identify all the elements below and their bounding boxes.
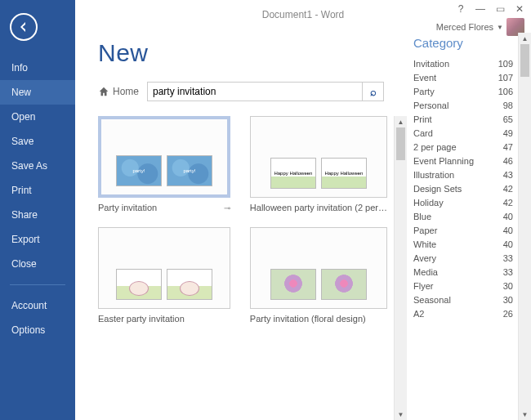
category-row[interactable]: Blue40 [413, 209, 516, 223]
category-name: Flyer [413, 281, 433, 291]
categories-scrollbar[interactable]: ▲ ▼ [518, 33, 531, 420]
scroll-thumb[interactable] [396, 127, 405, 160]
category-panel: Category Invitation109Event107Party106Pe… [407, 33, 518, 420]
sidebar-item-share[interactable]: Share [0, 203, 75, 227]
category-row[interactable]: White40 [413, 237, 516, 251]
category-row[interactable]: Invitation109 [413, 56, 516, 70]
category-name: Illustration [413, 170, 454, 180]
category-count: 65 [503, 114, 513, 124]
category-row[interactable]: Event107 [413, 70, 516, 84]
category-count: 43 [503, 170, 513, 180]
main-area: Document1 - Word ? — ▭ ✕ Merced Flores ▼… [75, 0, 531, 420]
user-name: Merced Flores [436, 22, 493, 32]
arrow-left-icon [17, 20, 30, 34]
template-thumbnail: Happy HalloweenHappy Halloween [250, 116, 387, 198]
category-count: 46 [503, 156, 513, 166]
category-name: Personal [413, 101, 448, 110]
category-row[interactable]: Illustration43 [413, 168, 516, 181]
scroll-up-icon[interactable]: ▲ [395, 116, 407, 127]
sidebar-item-save-as[interactable]: Save As [0, 154, 75, 178]
category-count: 30 [503, 281, 513, 291]
category-name: Holiday [413, 198, 444, 208]
sidebar-item-account[interactable]: Account [0, 293, 75, 318]
close-button[interactable]: ✕ [513, 3, 526, 15]
sidebar-separator [10, 284, 65, 285]
category-title: Category [413, 36, 516, 50]
category-name: Design Sets [413, 184, 462, 194]
category-name: Card [413, 128, 433, 138]
category-row[interactable]: A226 [413, 306, 516, 320]
scroll-thumb[interactable] [520, 44, 529, 77]
scroll-up-icon[interactable]: ▲ [519, 33, 531, 44]
home-breadcrumb[interactable]: Home [98, 86, 139, 97]
scroll-down-icon[interactable]: ▼ [395, 409, 407, 420]
category-count: 33 [503, 253, 513, 263]
category-count: 40 [503, 212, 513, 221]
minimize-button[interactable]: — [474, 3, 487, 15]
category-row[interactable]: Avery33 [413, 251, 516, 265]
category-count: 26 [503, 309, 513, 319]
home-icon [98, 86, 109, 97]
category-row[interactable]: Card49 [413, 126, 516, 140]
category-count: 40 [503, 226, 513, 235]
category-count: 40 [503, 239, 513, 249]
category-row[interactable]: Holiday42 [413, 195, 516, 209]
category-name: 2 per page [413, 142, 457, 152]
category-row[interactable]: Design Sets42 [413, 181, 516, 195]
category-name: Party [413, 87, 435, 96]
category-name: White [413, 239, 436, 249]
restore-button[interactable]: ▭ [493, 3, 506, 15]
caret-down-icon: ▼ [497, 24, 503, 31]
template-item[interactable]: Easter party invitation [98, 227, 230, 324]
category-name: Event Planning [413, 156, 474, 166]
pin-icon[interactable]: ⊸ [224, 203, 230, 212]
category-row[interactable]: Party106 [413, 84, 516, 98]
category-row[interactable]: Event Planning46 [413, 154, 516, 168]
category-count: 106 [498, 87, 513, 96]
category-name: Event [413, 73, 436, 83]
category-name: Invitation [413, 59, 449, 69]
sidebar-item-options[interactable]: Options [0, 318, 75, 342]
template-thumbnail [98, 227, 230, 309]
template-thumbnail [250, 227, 387, 309]
sidebar-item-print[interactable]: Print [0, 178, 75, 203]
category-count: 47 [503, 142, 513, 152]
sidebar-item-info[interactable]: Info [0, 56, 75, 80]
search-button[interactable]: ⌕ [362, 83, 383, 101]
sidebar-item-export[interactable]: Export [0, 227, 75, 252]
category-row[interactable]: Flyer30 [413, 279, 516, 293]
sidebar-item-close[interactable]: Close [0, 252, 75, 276]
home-label: Home [113, 86, 139, 97]
category-row[interactable]: 2 per page47 [413, 140, 516, 154]
scroll-down-icon[interactable]: ▼ [519, 409, 531, 420]
sidebar-item-open[interactable]: Open [0, 105, 75, 129]
category-name: Paper [413, 226, 437, 235]
category-row[interactable]: Print65 [413, 112, 516, 126]
template-item[interactable]: Happy HalloweenHappy HalloweenHalloween … [250, 116, 387, 212]
window-title: Document1 - Word [262, 9, 344, 20]
category-row[interactable]: Paper40 [413, 223, 516, 237]
category-count: 107 [498, 73, 513, 83]
help-button[interactable]: ? [454, 3, 467, 15]
page-title: New [98, 39, 407, 67]
back-button[interactable] [10, 13, 38, 41]
search-box: ⌕ [147, 82, 384, 101]
titlebar: Document1 - Word ? — ▭ ✕ Merced Flores ▼ [75, 0, 531, 29]
user-account[interactable]: Merced Flores ▼ [436, 18, 524, 36]
sidebar-item-new[interactable]: New [0, 80, 75, 105]
category-row[interactable]: Seasonal30 [413, 293, 516, 306]
category-row[interactable]: Personal98 [413, 98, 516, 112]
templates-scrollbar[interactable]: ▲ ▼ [394, 116, 407, 420]
category-count: 98 [503, 101, 513, 110]
category-row[interactable]: Media33 [413, 265, 516, 279]
template-thumbnail: party!party! [98, 116, 230, 198]
category-count: 42 [503, 184, 513, 194]
category-name: Print [413, 114, 432, 124]
template-grid: party!party!Party invitation⊸Happy Hallo… [98, 116, 394, 420]
category-name: Blue [413, 212, 431, 221]
sidebar-item-save[interactable]: Save [0, 129, 75, 154]
template-item[interactable]: Party invitation (floral design) [250, 227, 387, 324]
template-item[interactable]: party!party!Party invitation⊸ [98, 116, 230, 212]
category-name: A2 [413, 309, 424, 319]
search-input[interactable] [148, 83, 362, 101]
